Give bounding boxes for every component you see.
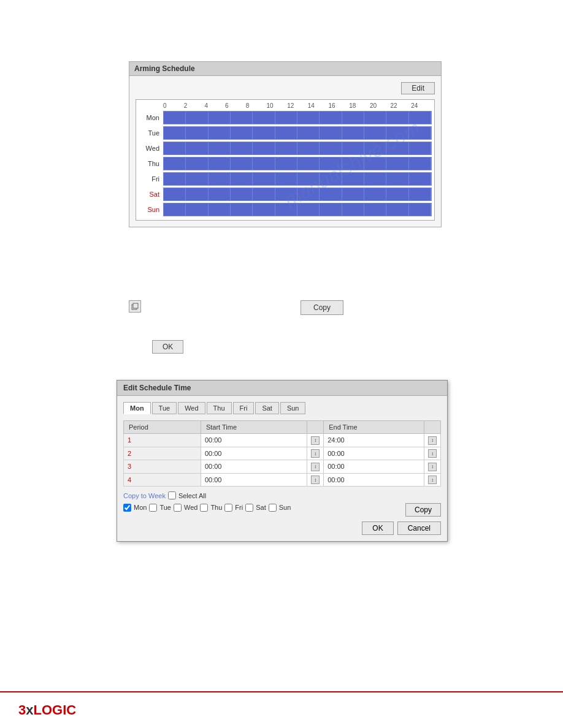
col-period: Period (124, 421, 201, 434)
tab-wed[interactable]: Wed (178, 402, 205, 414)
day-bar-sat[interactable] (163, 188, 432, 201)
ok-button[interactable]: OK (152, 340, 183, 354)
end-spin-1[interactable]: ↕ (424, 434, 441, 447)
end-time-1: 24:00 (324, 434, 424, 447)
schedule-table: Period Start Time End Time 1 00:00 ↕ 2 (123, 420, 441, 487)
tab-thu[interactable]: Thu (207, 402, 232, 414)
checkbox-sat[interactable] (245, 504, 253, 512)
start-time-2: 00:00 (201, 447, 307, 460)
logo: 3xLOGIC (18, 702, 76, 718)
dialog-ok-button[interactable]: OK (362, 521, 393, 535)
day-row-tue: Tue (139, 126, 432, 140)
col-end-time: End Time (324, 421, 424, 434)
ok-section: OK (152, 340, 183, 354)
checkbox-mon[interactable] (123, 504, 131, 512)
checkbox-thu[interactable] (200, 504, 208, 512)
end-spin-2[interactable]: ↕ (424, 447, 441, 460)
start-spin-4[interactable]: ↕ (307, 473, 324, 487)
copy-icon-section (129, 300, 141, 313)
day-bar-mon[interactable] (163, 111, 432, 124)
edit-button[interactable]: Edit (401, 82, 435, 94)
copy-button-row: Copy (301, 300, 343, 315)
day-label-sun: Sun (139, 206, 163, 213)
schedule-grid-container: 0 2 4 6 8 10 12 14 16 18 20 22 24 Mon (136, 99, 435, 221)
end-spin-3[interactable]: ↕ (424, 460, 441, 474)
copy-small-icon[interactable] (129, 300, 141, 313)
period-4: 4 (124, 473, 201, 487)
edit-schedule-dialog: Edit Schedule Time Mon Tue Wed Thu Fri S… (117, 380, 448, 542)
period-1: 1 (124, 434, 201, 447)
start-time-1: 00:00 (201, 434, 307, 447)
col-start-spin (307, 421, 324, 434)
select-all-checkbox[interactable] (168, 491, 176, 499)
arming-schedule-section: Arming Schedule Edit 0 2 4 6 8 10 12 14 … (129, 61, 442, 227)
time-header: 0 2 4 6 8 10 12 14 16 18 20 22 24 (139, 102, 432, 109)
day-bar-thu[interactable] (163, 157, 432, 170)
dialog-buttons: OK Cancel (123, 521, 441, 535)
start-spin-1[interactable]: ↕ (307, 434, 324, 447)
copy-to-week-row: Copy to Week Select All (123, 491, 441, 499)
checkbox-sat-label: Sat (256, 504, 266, 511)
arming-schedule-title: Arming Schedule (129, 61, 442, 75)
copy-button[interactable]: Copy (301, 300, 343, 315)
end-time-3: 00:00 (324, 460, 424, 474)
checkbox-mon-label: Mon (134, 504, 147, 511)
day-row-thu: Thu (139, 156, 432, 171)
copy-to-week-label: Copy to Week (123, 492, 166, 499)
edit-btn-row: Edit (136, 82, 435, 94)
checkbox-thu-label: Thu (210, 504, 222, 511)
start-time-4: 00:00 (201, 473, 307, 487)
day-row-wed: Wed (139, 141, 432, 156)
checkbox-wed[interactable] (174, 504, 182, 512)
period-3: 3 (124, 460, 201, 474)
day-label-mon: Mon (139, 114, 163, 121)
tab-fri[interactable]: Fri (233, 402, 255, 414)
day-bar-fri[interactable] (163, 172, 432, 186)
checkbox-fri-label: Fri (235, 504, 243, 511)
checkbox-sun-label: Sun (279, 504, 291, 511)
dialog-copy-button[interactable]: Copy (405, 503, 441, 517)
end-spin-4[interactable]: ↕ (424, 473, 441, 487)
day-label-wed: Wed (139, 145, 163, 152)
col-start-time: Start Time (201, 421, 307, 434)
col-end-spin (424, 421, 441, 434)
table-row: 4 00:00 ↕ 00:00 ↕ (124, 473, 441, 487)
end-time-2: 00:00 (324, 447, 424, 460)
day-row-mon: Mon (139, 110, 432, 125)
footer: 3xLOGIC (0, 691, 563, 728)
day-label-sat: Sat (139, 191, 163, 198)
tab-mon[interactable]: Mon (123, 402, 151, 414)
checkbox-wed-label: Wed (184, 504, 197, 511)
schedule-grid: 0 2 4 6 8 10 12 14 16 18 20 22 24 Mon (139, 102, 432, 218)
day-tabs: Mon Tue Wed Thu Fri Sat Sun (123, 402, 441, 414)
tab-sun[interactable]: Sun (280, 402, 306, 414)
day-row-sun: Sun (139, 202, 432, 217)
dialog-cancel-button[interactable]: Cancel (397, 521, 441, 535)
day-bar-sun[interactable] (163, 203, 432, 216)
tab-sat[interactable]: Sat (255, 402, 279, 414)
day-label-fri: Fri (139, 175, 163, 183)
day-checkboxes: Mon Tue Wed Thu Fri Sat Sun (123, 504, 291, 512)
table-row: 3 00:00 ↕ 00:00 ↕ (124, 460, 441, 474)
table-row: 2 00:00 ↕ 00:00 ↕ (124, 447, 441, 460)
start-spin-2[interactable]: ↕ (307, 447, 324, 460)
period-2: 2 (124, 447, 201, 460)
checkbox-sun[interactable] (269, 504, 277, 512)
day-bar-wed[interactable] (163, 142, 432, 155)
select-all-label: Select All (178, 492, 206, 499)
day-label-thu: Thu (139, 160, 163, 167)
checkbox-fri[interactable] (224, 504, 232, 512)
tab-tue[interactable]: Tue (152, 402, 177, 414)
day-bar-tue[interactable] (163, 126, 432, 140)
end-time-4: 00:00 (324, 473, 424, 487)
start-time-3: 00:00 (201, 460, 307, 474)
start-spin-3[interactable]: ↕ (307, 460, 324, 474)
table-row: 1 00:00 ↕ 24:00 ↕ (124, 434, 441, 447)
day-label-tue: Tue (139, 129, 163, 137)
checkbox-tue[interactable] (149, 504, 157, 512)
day-row-fri: Fri (139, 172, 432, 186)
svg-rect-1 (133, 303, 138, 308)
arming-schedule-body: Edit 0 2 4 6 8 10 12 14 16 18 20 22 (129, 75, 442, 227)
day-row-sat: Sat (139, 187, 432, 202)
dialog-body: Mon Tue Wed Thu Fri Sat Sun Period Start… (117, 396, 447, 541)
